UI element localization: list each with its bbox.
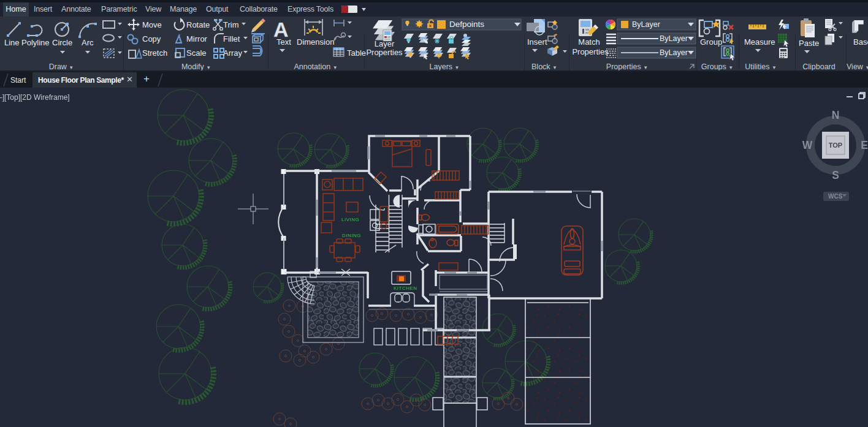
svg-text:S: S bbox=[832, 169, 839, 181]
svg-text:ByLayer: ByLayer bbox=[632, 20, 660, 29]
svg-text:Line: Line bbox=[4, 38, 20, 47]
svg-text:Move: Move bbox=[142, 20, 162, 29]
svg-text:Mirror: Mirror bbox=[186, 34, 208, 43]
svg-text:TOP: TOP bbox=[829, 142, 842, 149]
svg-text:Match: Match bbox=[578, 37, 600, 47]
svg-text:ByLayer: ByLayer bbox=[660, 34, 688, 43]
svg-text:Circle: Circle bbox=[52, 38, 72, 47]
svg-text:N: N bbox=[832, 109, 840, 121]
svg-text:DINING: DINING bbox=[342, 233, 361, 238]
svg-text:Rotate: Rotate bbox=[186, 20, 210, 29]
svg-text:ByLayer: ByLayer bbox=[660, 48, 688, 57]
svg-text:Defpoints: Defpoints bbox=[449, 20, 484, 29]
svg-text:Text: Text bbox=[276, 37, 291, 47]
svg-text:LIVING: LIVING bbox=[341, 217, 359, 222]
svg-text:Copy: Copy bbox=[142, 34, 161, 43]
svg-text:Scale: Scale bbox=[186, 48, 207, 58]
svg-text:Polyline: Polyline bbox=[21, 38, 50, 47]
svg-text:Dimension: Dimension bbox=[297, 37, 334, 47]
svg-text:KITCHEN: KITCHEN bbox=[394, 285, 417, 291]
svg-text:–][Top][2D Wireframe]: –][Top][2D Wireframe] bbox=[0, 93, 70, 102]
svg-text:Group: Group bbox=[700, 37, 722, 47]
svg-text:WCS: WCS bbox=[828, 193, 843, 200]
svg-text:Insert: Insert bbox=[527, 37, 547, 47]
svg-text:Table: Table bbox=[347, 48, 366, 58]
svg-text:E: E bbox=[861, 139, 868, 151]
svg-text:W: W bbox=[802, 139, 813, 151]
svg-text:Properties: Properties bbox=[572, 47, 609, 56]
svg-text:Stretch: Stretch bbox=[142, 48, 167, 58]
svg-text:Trim: Trim bbox=[223, 20, 239, 29]
svg-text:Layer: Layer bbox=[375, 39, 395, 48]
svg-text:Measure: Measure bbox=[744, 37, 775, 47]
svg-text:Fillet: Fillet bbox=[223, 34, 240, 43]
svg-text:Paste: Paste bbox=[799, 39, 819, 48]
svg-text:Arc: Arc bbox=[82, 38, 94, 47]
svg-text:Properties: Properties bbox=[366, 48, 403, 57]
svg-text:Array: Array bbox=[223, 48, 243, 58]
svg-text:Base: Base bbox=[853, 37, 868, 47]
